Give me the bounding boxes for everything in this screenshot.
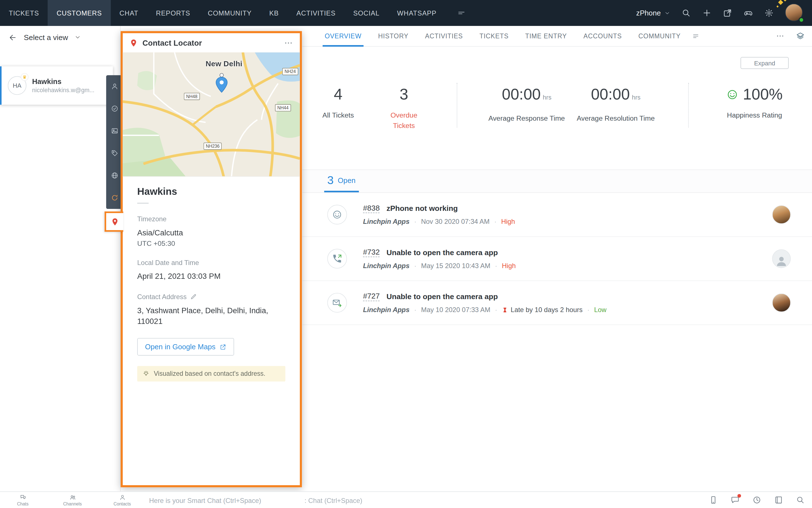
ticket-subject[interactable]: Unable to open the camera app [387,248,498,257]
ticket-account[interactable]: Linchpin Apps [363,218,409,225]
search-icon[interactable] [682,8,691,17]
nav-activities[interactable]: ACTIVITIES [288,0,345,26]
tabs-overflow-icon[interactable] [692,32,700,40]
web-widget-icon[interactable] [106,164,123,186]
contact-locator-widget-tab[interactable] [104,211,123,232]
contact-detail-main: OVERVIEW HISTORY ACTIVITIES TICKETS TIME… [302,26,812,491]
channels-icon [69,494,76,500]
tab-activities[interactable]: ACTIVITIES [417,26,471,46]
department-selector[interactable]: zPhone [636,9,670,17]
tab-history[interactable]: HISTORY [370,26,417,46]
map-canvas[interactable]: NH24 NH48 NH44 NH236 New Delhi [123,52,300,177]
zoom-search-icon[interactable] [796,496,805,504]
tabsbar-actions [776,26,805,46]
layers-icon[interactable] [796,32,805,40]
bottom-bar-nav: Chats Channels Contacts [7,492,138,508]
tab-overview[interactable]: OVERVIEW [316,26,370,46]
tasks-widget-icon[interactable] [106,97,123,120]
smart-chat-input[interactable] [149,492,294,508]
nav-tickets[interactable]: TICKETS [0,0,48,26]
nav-chat[interactable]: CHAT [111,0,147,26]
ticket-row[interactable]: #838 zPhone not working Linchpin Apps No… [302,193,812,237]
chat-input-fragment[interactable]: : Chat (Ctrl+Space) [305,492,362,508]
ticket-late-badge: Late by 10 days 2 hours [502,306,582,314]
stat-happiness-rating[interactable]: 100% Happiness Rating [726,85,783,121]
tab-tickets[interactable]: TICKETS [471,26,517,46]
ticket-account[interactable]: Linchpin Apps [363,262,409,270]
more-options-icon[interactable] [776,32,784,40]
stat-overdue-tickets[interactable]: 3 Overdue Tickets [391,85,417,131]
chat-channel-icon [327,205,347,224]
nav-kb[interactable]: KB [260,0,287,26]
nav-reports[interactable]: REPORTS [147,0,199,26]
share-icon[interactable] [723,8,732,17]
nav-social[interactable]: SOCIAL [344,0,388,26]
top-nav-actions: zPhone [636,4,812,22]
bottom-bar: Chats Channels Contacts : Chat (Ctrl+Spa… [0,491,812,508]
stat-value: 4 [322,85,354,104]
timezone-value: Asia/Calcutta [137,227,285,238]
gallery-widget-icon[interactable] [106,120,123,142]
tab-community[interactable]: COMMUNITY [630,26,689,46]
ticket-row[interactable]: #732 Unable to open the camera app Linch… [302,237,812,281]
chevron-down-icon [664,10,670,16]
refresh-widget-icon[interactable] [106,186,123,209]
chevron-down-icon[interactable] [75,34,81,40]
view-selector[interactable]: Select a view [24,33,68,41]
local-datetime-value: April 21, 2021 03:03 PM [137,271,285,282]
stat-label: Average Response Time [489,114,565,124]
contact-list-item-hawkins[interactable]: HA ♛ Hawkins nicolehawkins.w@gm... [0,66,113,104]
ticket-account[interactable]: Linchpin Apps [363,306,409,314]
bottom-contacts[interactable]: Contacts [107,492,138,508]
edit-pencil-icon[interactable] [190,293,197,300]
tab-accounts[interactable]: ACCOUNTS [575,26,630,46]
settings-gear-icon[interactable] [764,8,774,17]
mobile-icon[interactable] [709,496,718,504]
resources-book-icon[interactable] [774,496,783,504]
ticket-id-link[interactable]: #727 [363,292,379,301]
sparkle-decoration [783,0,786,1]
gamepad-icon[interactable] [743,8,753,17]
ticket-id-link[interactable]: #838 [363,204,379,213]
requester-avatar [772,249,791,268]
nav-whatsapp[interactable]: WHATSAPP [388,0,445,26]
stat-label-line: Tickets [391,121,417,131]
stat-avg-response-time[interactable]: 00:00hrs Average Response Time [489,85,565,124]
contact-card-text: Hawkins nicolehawkins.w@gm... [32,77,94,94]
road-shield: NH48 [184,93,199,100]
stat-all-tickets[interactable]: 4 All Tickets [322,85,354,121]
open-count: 3 [327,174,334,187]
stat-label-line: Overdue [391,111,417,121]
ticket-subject[interactable]: zPhone not working [387,204,458,212]
locator-contact-name: Hawkins [137,186,285,197]
bottom-bar-actions [709,492,805,508]
open-google-maps-button[interactable]: Open in Google Maps [137,338,234,356]
back-arrow-icon[interactable] [8,33,17,42]
user-avatar[interactable] [785,4,804,22]
chat-notification[interactable] [731,496,739,504]
expand-button[interactable]: Expand [740,57,788,69]
tags-widget-icon[interactable] [106,142,123,164]
stat-value: 3 [391,85,417,104]
nav-customers[interactable]: CUSTOMERS [48,0,111,26]
ticket-row[interactable]: #727 Unable to open the camera app Linch… [302,281,812,325]
bottom-chats[interactable]: Chats [7,492,38,508]
call-channel-icon [327,249,347,269]
contacts-sidebar: Select a view HA ♛ Hawkins nicolehawkins… [0,26,121,491]
map-marker-pin [216,77,228,93]
recent-activity-clock-icon[interactable] [753,496,761,504]
open-tickets-filter[interactable]: 3 Open [324,170,359,192]
contact-info-widget-icon[interactable] [106,75,123,97]
tab-time-entry[interactable]: TIME ENTRY [517,26,575,46]
nav-community[interactable]: COMMUNITY [199,0,260,26]
ticket-date: May 10 2020 07:33 AM [421,306,491,314]
more-options-icon[interactable] [284,38,293,47]
nav-collapse-icon[interactable] [448,0,474,26]
add-icon[interactable] [702,8,711,17]
stat-avg-resolution-time[interactable]: 00:00hrs Average Resolution Time [577,85,655,124]
ticket-id-link[interactable]: #732 [363,248,379,257]
stat-label: Average Resolution Time [577,114,655,124]
bottom-channels[interactable]: Channels [57,492,88,508]
crown-badge-icon: ♛ [21,73,29,81]
ticket-subject[interactable]: Unable to open the camera app [387,292,498,300]
